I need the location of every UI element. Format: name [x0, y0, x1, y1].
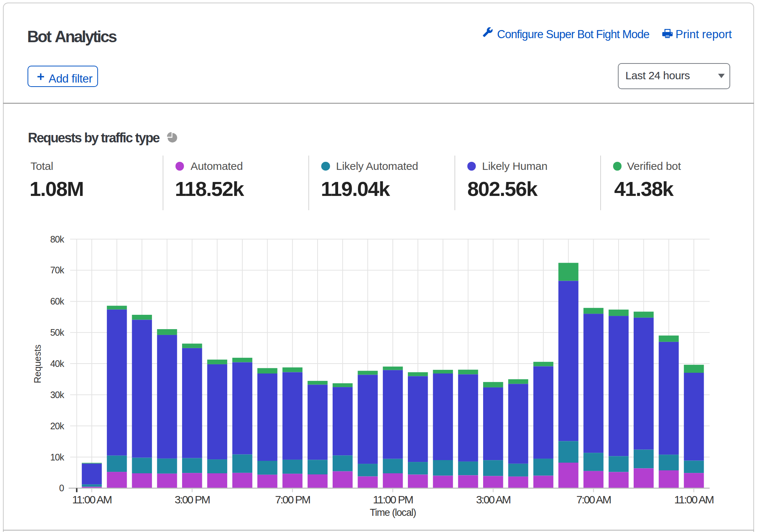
svg-text:11:00 AM: 11:00 AM — [72, 493, 112, 506]
svg-text:60k: 60k — [50, 296, 65, 306]
svg-text:80k: 80k — [50, 234, 65, 244]
svg-text:10k: 10k — [50, 452, 65, 462]
svg-text:50k: 50k — [50, 327, 65, 338]
svg-text:70k: 70k — [50, 265, 65, 275]
svg-text:30k: 30k — [50, 390, 65, 400]
svg-text:20k: 20k — [50, 421, 65, 431]
svg-text:7:00 PM: 7:00 PM — [275, 493, 310, 506]
svg-text:3:00 PM: 3:00 PM — [175, 493, 210, 506]
svg-text:0: 0 — [59, 483, 64, 493]
svg-text:11:00 AM: 11:00 AM — [674, 493, 713, 506]
svg-text:Requests: Requests — [32, 345, 43, 383]
svg-text:Time (local): Time (local) — [370, 507, 416, 518]
svg-text:11:00 PM: 11:00 PM — [373, 493, 413, 506]
svg-text:3:00 AM: 3:00 AM — [476, 493, 511, 506]
svg-text:7:00 AM: 7:00 AM — [576, 493, 611, 506]
svg-text:40k: 40k — [50, 358, 65, 369]
